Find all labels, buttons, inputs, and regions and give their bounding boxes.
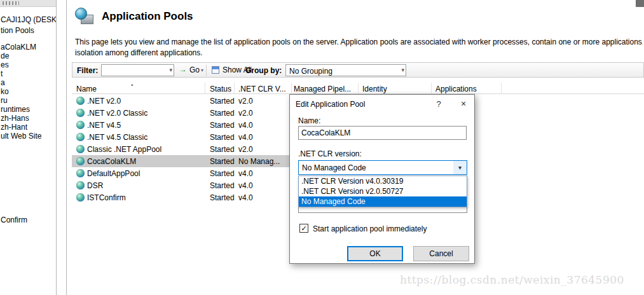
start-immediately-label: Start application pool immediately: [313, 224, 427, 233]
sidebar-item-server[interactable]: CAJI1JQ (DESKTOP-: [1, 15, 56, 24]
row-name: .NET v2.0: [87, 97, 121, 106]
watermark-text: https://blog.csdn.net/weixin_37645900: [400, 273, 624, 286]
clr-version-dropdown[interactable]: No Managed Code ▾: [298, 160, 467, 175]
go-arrow-icon: →: [179, 65, 187, 74]
row-clr-version: v2.0: [238, 97, 253, 106]
row-name: .NET v2.0 Classic: [87, 109, 147, 118]
sidebar-item-application-pools[interactable]: tion Pools: [1, 26, 34, 35]
sidebar-toolbar: [0, 0, 56, 7]
row-clr-version: v2.0: [238, 109, 253, 118]
managed-pipeline-combobox-partial[interactable]: [298, 207, 467, 213]
filter-label: Filter:: [77, 66, 98, 75]
main-panel-border: [66, 0, 67, 295]
window-chrome-fragment: [636, 0, 644, 7]
row-status: Started: [210, 193, 235, 202]
app-pool-icon: [76, 121, 85, 129]
pool-name-input[interactable]: [298, 126, 467, 140]
app-pool-icon: [76, 97, 85, 105]
row-clr-version: v4.0: [238, 121, 253, 130]
sidebar-item-site[interactable]: aColaKLM: [1, 43, 36, 51]
panel-divider[interactable]: [56, 0, 57, 295]
row-clr-version: v4.0: [238, 169, 253, 178]
toolbar-separator: [206, 65, 207, 76]
row-status: Started: [210, 133, 235, 142]
sidebar-item-ko[interactable]: ko: [1, 87, 9, 96]
row-name: Classic .NET AppPool: [87, 145, 161, 154]
sidebar-item-default-web-site[interactable]: ult Web Site: [1, 132, 41, 141]
column-separator[interactable]: [501, 83, 502, 94]
row-clr-version: v4.0: [238, 181, 253, 190]
cancel-button[interactable]: Cancel: [413, 246, 469, 261]
dialog-titlebar[interactable]: Edit Application Pool ? ×: [290, 95, 474, 113]
column-header-status[interactable]: Status: [210, 85, 231, 93]
app-pool-icon: [76, 133, 85, 141]
row-status: Started: [210, 145, 235, 154]
group-by-value: No Grouping: [289, 67, 332, 76]
go-dropdown-caret-icon[interactable]: ▾: [201, 67, 203, 73]
dialog-title: Edit Application Pool: [296, 100, 365, 109]
sidebar-item-runtimes[interactable]: runtimes: [1, 105, 30, 114]
clr-version-label: .NET CLR version:: [298, 149, 362, 158]
globe-icon: [75, 8, 87, 20]
column-header-name[interactable]: Name: [76, 85, 97, 93]
name-label: Name:: [298, 116, 320, 125]
app-pool-icon: [76, 157, 85, 165]
row-status: Started: [210, 97, 235, 106]
row-status: Started: [210, 181, 235, 190]
sidebar-item-es[interactable]: es: [1, 60, 9, 69]
column-header-clr-version[interactable]: .NET CLR V...: [238, 85, 286, 93]
app-pool-icon: [76, 109, 85, 117]
column-separator[interactable]: [431, 83, 432, 94]
page-description-line2: isolation among different applications.: [75, 48, 643, 57]
row-status: Started: [210, 109, 235, 118]
clr-version-options-list: .NET CLR Version v4.0.30319 .NET CLR Ver…: [298, 175, 467, 207]
row-status: Started: [210, 169, 235, 178]
start-immediately-checkbox[interactable]: ✓: [299, 224, 308, 233]
option-clr-v2[interactable]: .NET CLR Version v2.0.50727: [299, 186, 467, 196]
column-header-applications[interactable]: Applications: [435, 85, 477, 93]
sidebar-item-t[interactable]: t: [1, 69, 3, 78]
sidebar-item-confirm[interactable]: Confirm: [1, 216, 27, 224]
ok-button[interactable]: OK: [347, 246, 403, 261]
row-clr-version: v2.0: [238, 145, 253, 154]
column-separator[interactable]: [358, 83, 359, 94]
row-name: DefaultAppPool: [87, 169, 140, 178]
column-header-identity[interactable]: Identity: [362, 85, 387, 93]
option-no-managed-code[interactable]: No Managed Code: [299, 196, 467, 207]
app-pool-icon: [76, 181, 85, 189]
row-name: ISTConfirm: [87, 193, 126, 202]
row-status: Started: [210, 157, 235, 166]
sidebar-item-a[interactable]: a: [1, 78, 5, 87]
row-name: DSR: [87, 181, 103, 190]
app-pool-icon: [76, 145, 85, 153]
group-by-label: Group by:: [245, 66, 282, 75]
sort-ascending-icon: ▴: [131, 82, 134, 87]
app-pool-icon: [76, 169, 85, 177]
column-separator[interactable]: [291, 83, 292, 94]
help-button[interactable]: ?: [431, 99, 446, 109]
row-clr-version: v4.0: [238, 193, 253, 202]
sidebar-item-ru[interactable]: ru: [1, 96, 8, 105]
app-pool-icon: [76, 193, 85, 202]
column-separator[interactable]: [205, 83, 205, 94]
show-all-icon: [212, 66, 219, 74]
sidebar-item-zh-hans[interactable]: zh-Hans: [1, 114, 29, 123]
sidebar-item-zh-hant[interactable]: zh-Hant: [1, 123, 27, 132]
grip-dots-icon: [3, 1, 19, 5]
page-title: Application Pools: [102, 10, 193, 23]
actions-toolbar: Filter: ▾ → Go ▾ Show All Group by: No G…: [72, 62, 644, 78]
group-by-dropdown[interactable]: No Grouping ▾: [285, 64, 406, 76]
edit-application-pool-dialog: Edit Application Pool ? × Name: .NET CLR…: [289, 94, 475, 264]
close-icon[interactable]: ×: [454, 99, 473, 109]
filter-input[interactable]: ▾: [101, 64, 174, 76]
chevron-down-icon[interactable]: ▾: [169, 67, 172, 73]
option-clr-v4[interactable]: .NET CLR Version v4.0.30319: [299, 176, 467, 186]
column-separator[interactable]: [234, 83, 235, 94]
chevron-down-icon[interactable]: ▾: [453, 161, 467, 174]
column-header-pipeline[interactable]: Managed Pipel...: [294, 85, 351, 93]
clr-version-value: No Managed Code: [302, 163, 366, 172]
go-label: Go: [189, 65, 200, 74]
chevron-down-icon[interactable]: ▾: [401, 67, 404, 73]
table-header: Name ▴ Status .NET CLR V... Managed Pipe…: [72, 83, 644, 94]
sidebar-item-de[interactable]: de: [1, 51, 9, 60]
